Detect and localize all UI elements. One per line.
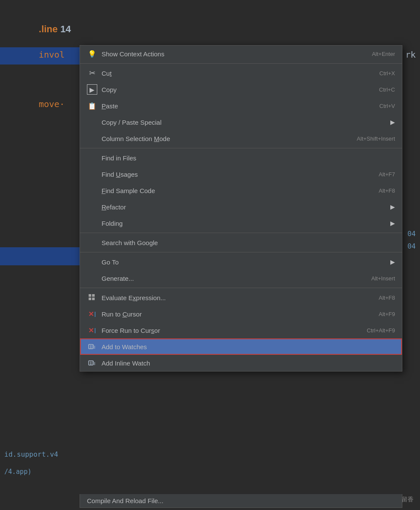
shortcut-generate: Alt+Insert xyxy=(371,275,395,282)
no-icon-search-google xyxy=(87,237,97,248)
lightbulb-icon: 💡 xyxy=(87,49,97,59)
menu-item-generate[interactable]: Generate... Alt+Insert xyxy=(80,270,402,286)
force-run-cursor-icon: ✕| xyxy=(87,325,97,335)
menu-item-refactor[interactable]: Refactor ▶ xyxy=(80,199,402,215)
no-icon-refactor xyxy=(87,202,97,212)
menu-item-find-in-files[interactable]: Find in Files xyxy=(80,150,402,166)
line-info: .line 14 xyxy=(39,24,71,35)
no-icon-find-sample xyxy=(87,185,97,196)
separator-4 xyxy=(80,252,402,252)
menu-label-find-sample-code: Find Sample Code xyxy=(102,187,372,194)
shortcut-column-selection-mode: Alt+Shift+Insert xyxy=(357,135,395,142)
separator-2 xyxy=(80,148,402,148)
no-icon-generate xyxy=(87,273,97,283)
menu-label-go-to: Go To xyxy=(102,258,387,266)
copy-icon: ▶ xyxy=(87,84,97,95)
line-number: 14 xyxy=(60,24,71,34)
arrow-go-to: ▶ xyxy=(390,258,395,265)
separator-1 xyxy=(80,63,402,64)
shortcut-paste: Ctrl+V xyxy=(380,103,395,109)
menu-label-column-selection-mode: Column Selection Mode xyxy=(102,135,350,142)
menu-label-find-in-files: Find in Files xyxy=(102,154,395,162)
menu-label-copy: Copy xyxy=(102,86,372,93)
menu-label-generate: Generate... xyxy=(102,275,364,282)
selection-bar-mid xyxy=(0,247,82,265)
menu-label-copy-paste-special: Copy / Paste Special xyxy=(102,119,387,126)
bottom-app-text: /4.app) xyxy=(4,468,31,476)
arrow-copy-paste-special: ▶ xyxy=(390,119,395,126)
run-cursor-icon: ✕| xyxy=(87,309,97,319)
menu-item-folding[interactable]: Folding ▶ xyxy=(80,215,402,231)
paste-icon: 📋 xyxy=(87,101,97,111)
menu-label-cut: Cut xyxy=(102,70,373,77)
shortcut-cut: Ctrl+X xyxy=(380,70,395,77)
grid-icon xyxy=(87,292,97,303)
svg-rect-3 xyxy=(92,298,95,300)
menu-item-force-run-to-cursor[interactable]: ✕| Force Run to Cursor Ctrl+Alt+F9 xyxy=(80,322,402,338)
svg-rect-0 xyxy=(89,294,91,297)
context-menu: 💡 Show Context Actions Alt+Enter ✂ Cut C… xyxy=(80,45,402,372)
shortcut-find-sample-code: Alt+F8 xyxy=(379,187,395,194)
no-icon-copy-paste xyxy=(87,117,97,127)
menu-label-force-run-to-cursor: Force Run to Cursor xyxy=(102,327,360,334)
right-numbers: 04 04 xyxy=(408,228,416,253)
editor-move-text: move· xyxy=(39,99,65,109)
no-icon-folding xyxy=(87,218,97,228)
menu-item-copy[interactable]: ▶ Copy Ctrl+C xyxy=(80,81,402,98)
no-icon-go-to xyxy=(87,257,97,267)
svg-rect-1 xyxy=(92,294,95,297)
shortcut-find-usages: Alt+F7 xyxy=(379,171,395,178)
menu-item-search-with-google[interactable]: Search with Google xyxy=(80,234,402,251)
menu-item-copy-paste-special[interactable]: Copy / Paste Special ▶ xyxy=(80,114,402,130)
menu-item-find-usages[interactable]: Find Usages Alt+F7 xyxy=(80,166,402,182)
separator-3 xyxy=(80,233,402,233)
menu-item-go-to[interactable]: Go To ▶ xyxy=(80,254,402,270)
menu-item-find-sample-code[interactable]: Find Sample Code Alt+F8 xyxy=(80,182,402,199)
separator-5 xyxy=(80,288,402,288)
bottom-left-text: id.support.v4 xyxy=(4,450,58,458)
shortcut-copy: Ctrl+C xyxy=(379,86,395,93)
inline-watch-icon xyxy=(87,358,97,368)
shortcut-show-context-actions: Alt+Enter xyxy=(372,51,395,57)
menu-label-show-context-actions: Show Context Actions xyxy=(102,50,365,58)
menu-item-paste[interactable]: 📋 Paste Ctrl+V xyxy=(80,98,402,114)
no-icon-find-usages xyxy=(87,169,97,179)
svg-rect-2 xyxy=(89,298,91,300)
line-keyword: line xyxy=(41,24,58,34)
arrow-folding: ▶ xyxy=(390,220,395,227)
shortcut-evaluate-expression: Alt+F8 xyxy=(379,295,395,301)
menu-label-folding: Folding xyxy=(102,220,387,227)
menu-item-add-inline-watch[interactable]: Add Inline Watch xyxy=(80,355,402,371)
menu-label-run-to-cursor: Run to Cursor xyxy=(102,310,372,318)
arrow-refactor: ▶ xyxy=(390,203,395,210)
menu-label-add-inline-watch: Add Inline Watch xyxy=(102,359,395,367)
watches-icon xyxy=(87,341,97,352)
no-icon-find-files xyxy=(87,153,97,163)
menu-item-show-context-actions[interactable]: 💡 Show Context Actions Alt+Enter xyxy=(80,46,402,62)
menu-label-add-to-watches: Add to Watches xyxy=(102,343,395,350)
menu-label-refactor: Refactor xyxy=(102,203,387,211)
editor-rk-text: rk xyxy=(405,49,416,60)
menu-label-evaluate-expression: Evaluate Expression... xyxy=(102,294,372,301)
no-icon-column xyxy=(87,133,97,144)
editor-invol-text: invol xyxy=(39,49,65,60)
shortcut-run-to-cursor: Alt+F9 xyxy=(379,311,395,317)
scissors-icon: ✂ xyxy=(87,68,97,78)
menu-item-compile-reload[interactable]: Compile And Reload File... xyxy=(80,494,402,508)
menu-label-paste: Paste xyxy=(102,102,373,110)
menu-item-column-selection-mode[interactable]: Column Selection Mode Alt+Shift+Insert xyxy=(80,130,402,147)
menu-label-find-usages: Find Usages xyxy=(102,171,372,178)
menu-label-compile-reload: Compile And Reload File... xyxy=(87,497,164,504)
menu-item-evaluate-expression[interactable]: Evaluate Expression... Alt+F8 xyxy=(80,289,402,306)
menu-item-add-to-watches[interactable]: Add to Watches xyxy=(80,338,402,355)
menu-label-search-with-google: Search with Google xyxy=(102,239,395,246)
shortcut-force-run-to-cursor: Ctrl+Alt+F9 xyxy=(367,327,395,334)
menu-item-cut[interactable]: ✂ Cut Ctrl+X xyxy=(80,65,402,81)
menu-item-run-to-cursor[interactable]: ✕| Run to Cursor Alt+F9 xyxy=(80,306,402,322)
